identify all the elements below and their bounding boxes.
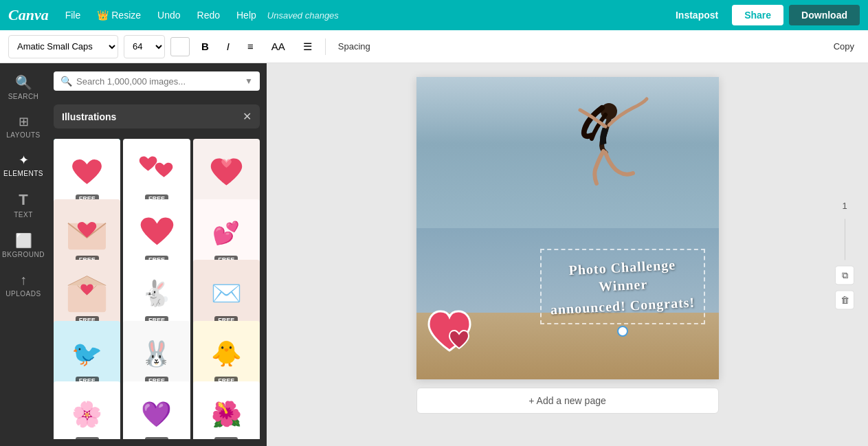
list-item[interactable]: FREE: [123, 199, 190, 266]
overlay-text-line1: Photo Challenge Winner: [548, 254, 695, 298]
panel-close-button[interactable]: ✕: [243, 110, 252, 123]
top-navigation: Canva File 👑 Resize Undo Redo Help Unsav…: [0, 0, 868, 30]
sidebar-item-label: Text: [14, 211, 33, 219]
dancer-svg: [568, 91, 650, 228]
list-button[interactable]: ☰: [297, 36, 318, 58]
list-item[interactable]: FREE: [54, 199, 120, 266]
layouts-icon: ⊞: [19, 114, 29, 129]
search-icon: 🔍: [15, 74, 32, 91]
list-item[interactable]: FREE: [54, 139, 120, 205]
sidebar-item-text[interactable]: T Text: [3, 186, 44, 224]
sidebar-item-elements[interactable]: ✦ Elements: [3, 147, 44, 183]
align-button[interactable]: ≡: [241, 36, 260, 58]
list-item[interactable]: 🐥 FREE: [193, 321, 260, 388]
spacing-button[interactable]: Spacing: [333, 38, 376, 54]
sidebar-item-uploads[interactable]: ↑ Uploads: [3, 267, 44, 303]
font-family-select[interactable]: Amatic Small Caps: [8, 35, 118, 58]
unsaved-status: Unsaved changes: [267, 10, 339, 21]
rotate-handle[interactable]: [617, 326, 628, 337]
toolbar-separator: [325, 38, 326, 55]
font-size-select[interactable]: 64: [124, 35, 165, 58]
illustration-flower1: 🌸: [54, 381, 120, 439]
color-picker[interactable]: [170, 37, 190, 56]
italic-button[interactable]: I: [221, 36, 236, 58]
download-button[interactable]: Download: [789, 5, 860, 25]
sidebar-item-label: BkGround: [2, 251, 45, 258]
background-icon: ⬜: [15, 232, 32, 249]
page-number: 1: [842, 200, 847, 210]
list-icon: ☰: [303, 41, 312, 53]
illustration-flower3: 🌺: [193, 381, 260, 439]
list-item[interactable]: 💜 FREE: [123, 381, 190, 439]
delete-page-button[interactable]: 🗑: [835, 290, 854, 309]
search-bar[interactable]: 🔍 ▼: [54, 71, 260, 91]
sidebar-item-label: Uploads: [5, 290, 41, 298]
right-panel-controls: 1 ⧉ 🗑: [835, 200, 854, 309]
text-icon: T: [19, 191, 27, 209]
list-item[interactable]: FREE: [123, 139, 190, 205]
copy-button[interactable]: Copy: [828, 38, 860, 54]
dancer-figure: [568, 91, 678, 242]
list-item[interactable]: 🌸 FREE: [54, 381, 120, 439]
illustration-flower2: 💜: [123, 381, 190, 439]
align-icon: ≡: [247, 41, 254, 52]
free-badge: FREE: [214, 437, 238, 439]
resize-button[interactable]: 👑 Resize: [91, 7, 146, 23]
free-badge: FREE: [145, 437, 168, 439]
list-item[interactable]: 🐇 FREE: [123, 260, 190, 326]
text-overlay[interactable]: Photo Challenge Winner announced! Congra…: [540, 249, 705, 324]
share-button[interactable]: Share: [732, 5, 783, 25]
list-item[interactable]: 💕 FREE: [193, 199, 260, 266]
canvas-area: Photo Challenge Winner announced! Congra…: [267, 63, 868, 446]
hearts-sticker[interactable]: [423, 304, 478, 359]
sidebar-item-label: Elements: [3, 170, 43, 177]
search-input[interactable]: [76, 76, 241, 87]
list-item[interactable]: 🌺 FREE: [193, 381, 260, 439]
list-item[interactable]: 🐰 FREE: [123, 321, 190, 388]
main-area: 🔍 Search ⊞ Layouts ✦ Elements T Text ⬜ B…: [0, 63, 868, 446]
hearts-sticker-svg: [423, 304, 478, 359]
text-toolbar: Amatic Small Caps 64 B I ≡ AA ☰ Spacing …: [0, 30, 868, 63]
list-item[interactable]: [193, 139, 260, 205]
panel-title: Illustrations: [62, 111, 116, 122]
canva-logo: Canva: [8, 6, 49, 24]
sidebar-item-search[interactable]: 🔍 Search: [3, 69, 44, 106]
instapost-button[interactable]: Instapost: [667, 5, 726, 25]
undo-button[interactable]: Undo: [152, 7, 186, 23]
search-panel: 🔍 ▼: [47, 63, 267, 446]
illustration-heart-3d: [193, 139, 260, 205]
bold-button[interactable]: B: [195, 36, 215, 58]
overlay-text-line2: announced! Congrats!: [549, 293, 695, 318]
sidebar-item-layouts[interactable]: ⊞ Layouts: [3, 109, 44, 144]
list-item[interactable]: ✉️ FREE: [193, 260, 260, 326]
list-item[interactable]: FREE: [54, 260, 120, 326]
free-badge: FREE: [76, 437, 99, 439]
copy-page-button[interactable]: ⧉: [835, 265, 854, 285]
illustrations-grid: FREE FREE: [54, 139, 260, 439]
sidebar-item-label: Layouts: [6, 131, 40, 139]
redo-button[interactable]: Redo: [192, 7, 225, 23]
left-sidebar: 🔍 Search ⊞ Layouts ✦ Elements T Text ⬜ B…: [0, 63, 47, 446]
list-item[interactable]: 🐦 FREE: [54, 321, 120, 388]
upload-icon: ↑: [20, 272, 27, 288]
aa-button[interactable]: AA: [265, 36, 291, 58]
chevron-down-icon: ▼: [245, 76, 253, 86]
sidebar-item-label: Search: [8, 93, 39, 100]
help-button[interactable]: Help: [231, 7, 262, 23]
search-icon: 🔍: [60, 76, 72, 87]
background-photo: Photo Challenge Winner announced! Congra…: [416, 77, 719, 379]
page-divider: [845, 219, 845, 260]
add-page-button[interactable]: + Add a new page: [416, 388, 719, 414]
file-menu[interactable]: File: [60, 7, 87, 23]
elements-icon: ✦: [19, 153, 29, 168]
crown-icon: 👑: [97, 10, 109, 21]
sidebar-item-bkground[interactable]: ⬜ BkGround: [3, 227, 44, 264]
canvas-page[interactable]: Photo Challenge Winner announced! Congra…: [416, 77, 719, 379]
panel-title-bar: Illustrations ✕: [54, 104, 260, 129]
